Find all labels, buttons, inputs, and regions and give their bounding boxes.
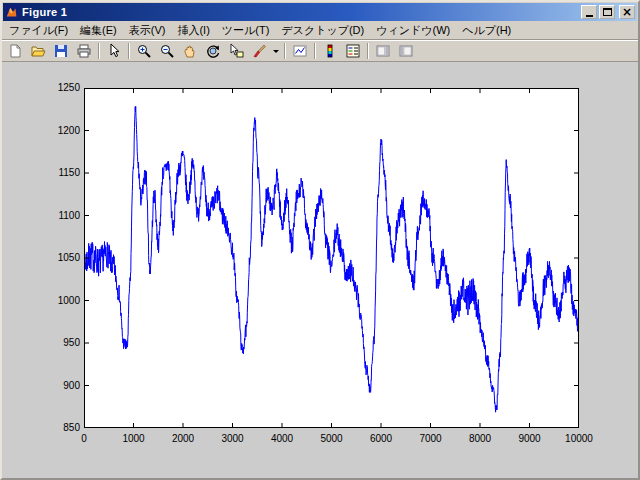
- y-tick-label: 1150: [2, 167, 80, 179]
- x-tick-label: 2000: [172, 433, 194, 445]
- window-title: Figure 1: [22, 6, 578, 18]
- figure-canvas: 0100020003000400050006000700080009000100…: [2, 62, 638, 478]
- hide-plot-tools-button[interactable]: [372, 41, 394, 61]
- minimize-icon: [586, 15, 593, 17]
- toolbar-separator: [284, 43, 286, 59]
- x-tick-label: 1000: [122, 433, 144, 445]
- toolbar-separator: [98, 43, 100, 59]
- zoom-out-icon: [159, 43, 175, 59]
- x-tick-label: 0: [81, 433, 87, 445]
- minimize-button[interactable]: [581, 5, 597, 19]
- x-tick-label: 8000: [469, 433, 491, 445]
- maximize-button[interactable]: [599, 5, 615, 19]
- menu-item-window[interactable]: ウィンドウ(W): [370, 21, 456, 40]
- rotate-3d-icon: [205, 43, 221, 59]
- titlebar[interactable]: Figure 1 ×: [3, 3, 637, 21]
- y-tick-label: 1100: [2, 210, 80, 222]
- axes-plot-area[interactable]: [84, 88, 579, 428]
- maximize-icon: [603, 8, 612, 16]
- pan-button[interactable]: [179, 41, 201, 61]
- link-plot-icon: [292, 43, 308, 59]
- hide-plot-tools-icon: [375, 43, 391, 59]
- menu-item-insert[interactable]: 挿入(I): [171, 21, 215, 40]
- edit-plot-arrow-icon: [106, 43, 122, 59]
- signal-chart: [84, 88, 579, 428]
- toolbar-separator: [128, 43, 130, 59]
- toolbar-separator: [367, 43, 369, 59]
- y-tick-label: 1000: [2, 295, 80, 307]
- insert-legend-icon: [345, 43, 361, 59]
- link-plot-button[interactable]: [289, 41, 311, 61]
- open-file-icon: [30, 43, 46, 59]
- y-tick-label: 1200: [2, 125, 80, 137]
- print-figure-icon: [76, 43, 92, 59]
- new-figure-button[interactable]: [4, 41, 26, 61]
- toolbar: [2, 40, 638, 62]
- x-tick-label: 10000: [565, 433, 593, 445]
- menu-item-desktop[interactable]: デスクトップ(D): [275, 21, 370, 40]
- y-tick-label: 1050: [2, 252, 80, 264]
- data-cursor-button[interactable]: [225, 41, 247, 61]
- zoom-in-icon: [136, 43, 152, 59]
- pan-hand-icon: [182, 43, 198, 59]
- y-tick-label: 850: [2, 422, 80, 434]
- data-cursor-icon: [228, 43, 244, 59]
- save-figure-button[interactable]: [50, 41, 72, 61]
- close-button[interactable]: ×: [619, 5, 635, 19]
- insert-colorbar-icon: [322, 43, 338, 59]
- insert-legend-button[interactable]: [342, 41, 364, 61]
- y-tick-label: 900: [2, 380, 80, 392]
- save-figure-icon: [53, 43, 69, 59]
- show-plot-tools-button[interactable]: [395, 41, 417, 61]
- x-tick-label: 5000: [320, 433, 342, 445]
- menu-item-edit[interactable]: 編集(E): [74, 21, 123, 40]
- dropdown-arrow-icon: [272, 43, 280, 59]
- brush-icon: [251, 43, 267, 59]
- x-tick-label: 6000: [370, 433, 392, 445]
- new-figure-icon: [7, 43, 23, 59]
- x-tick-label: 7000: [419, 433, 441, 445]
- insert-colorbar-button[interactable]: [319, 41, 341, 61]
- y-tick-label: 1250: [2, 82, 80, 94]
- x-tick-label: 4000: [271, 433, 293, 445]
- print-figure-button[interactable]: [73, 41, 95, 61]
- show-plot-tools-icon: [398, 43, 414, 59]
- brush-dropdown-button[interactable]: [271, 41, 281, 61]
- brush-button[interactable]: [248, 41, 270, 61]
- figure-window: Figure 1 × ファイル(F)編集(E)表示(V)挿入(I)ツール(T)デ…: [0, 0, 640, 480]
- y-tick-label: 950: [2, 337, 80, 349]
- axes-box: [85, 89, 579, 428]
- x-tick-label: 3000: [221, 433, 243, 445]
- menubar: ファイル(F)編集(E)表示(V)挿入(I)ツール(T)デスクトップ(D)ウィン…: [2, 22, 638, 40]
- zoom-out-button[interactable]: [156, 41, 178, 61]
- menu-item-view[interactable]: 表示(V): [123, 21, 172, 40]
- rotate-3d-button[interactable]: [202, 41, 224, 61]
- menu-item-file[interactable]: ファイル(F): [3, 21, 74, 40]
- menu-item-tools[interactable]: ツール(T): [216, 21, 276, 40]
- x-tick-label: 9000: [518, 433, 540, 445]
- edit-plot-button[interactable]: [103, 41, 125, 61]
- matlab-figure-icon: [5, 5, 19, 19]
- menu-item-help[interactable]: ヘルプ(H): [456, 21, 517, 40]
- signal-trace: [84, 106, 579, 412]
- toolbar-separator: [314, 43, 316, 59]
- close-icon: ×: [622, 7, 632, 17]
- zoom-in-button[interactable]: [133, 41, 155, 61]
- open-file-button[interactable]: [27, 41, 49, 61]
